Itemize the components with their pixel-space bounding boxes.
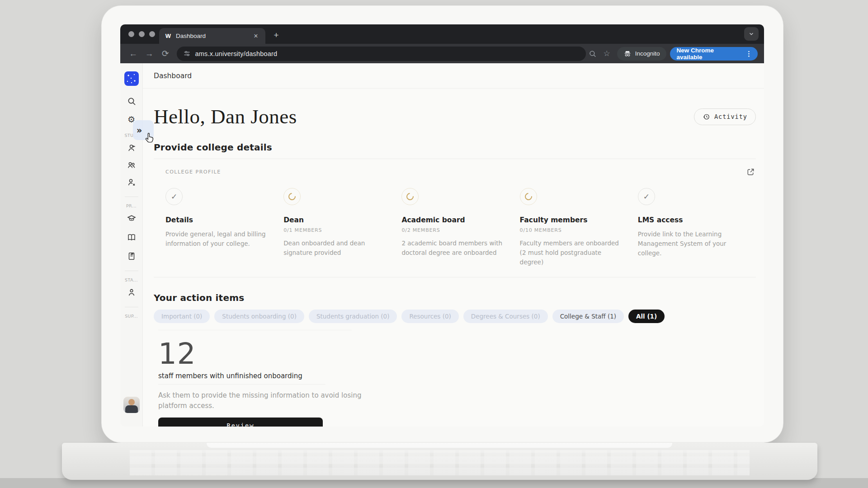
staff-icon — [127, 288, 136, 297]
chrome-update-label: New Chrome available — [677, 47, 739, 61]
step-status-circle: ✓ — [165, 188, 183, 205]
review-button[interactable]: Review — [158, 418, 323, 427]
action-note: Ask them to provide the missing informat… — [158, 390, 375, 412]
incognito-icon — [623, 50, 632, 58]
progress-spinner-icon — [405, 192, 415, 202]
step-name: Academic board — [401, 216, 509, 224]
sidebar-section-staff: STA... — [125, 277, 138, 282]
step-faculty-members[interactable]: ✓ Faculty members 0/10 MEMBERS Faculty m… — [520, 188, 627, 267]
filter-chip-students-graduation[interactable]: Students graduation (0) — [309, 310, 397, 323]
find-icon[interactable] — [589, 50, 597, 58]
step-name: Faculty members — [520, 216, 627, 224]
window-zoom-button[interactable] — [149, 31, 155, 37]
filter-chip-important[interactable]: Important (0) — [154, 310, 210, 323]
laptop-base — [62, 443, 817, 480]
search-button[interactable] — [124, 94, 139, 108]
divider — [158, 330, 352, 330]
browser-tab-dashboard[interactable]: W Dashboard × — [159, 28, 265, 44]
open-in-new-icon[interactable] — [746, 168, 755, 176]
college-profile-steps: ✓ Details Provide general, legal and bil… — [154, 188, 756, 267]
filter-chip-students-onboarding[interactable]: Students onboarding (0) — [214, 310, 304, 323]
tab-close-icon[interactable]: × — [252, 32, 260, 40]
url-text: ams.x.university/dashboard — [195, 50, 278, 57]
sidebar-section-support: SUP... — [125, 314, 138, 319]
sidebar-divider — [125, 307, 138, 307]
forward-button[interactable]: → — [143, 47, 156, 61]
divider — [158, 384, 326, 385]
window-minimize-button[interactable] — [139, 31, 145, 37]
history-clock-icon — [703, 113, 710, 121]
step-members-count: 0/1 MEMBERS — [283, 227, 391, 233]
activity-button-label: Activity — [714, 113, 747, 120]
pending-count: 12 — [158, 340, 756, 368]
college-section-title: Provide college details — [154, 142, 756, 153]
sidebar-item-students[interactable] — [124, 158, 139, 172]
step-status-circle: ✓ — [401, 188, 419, 205]
browser-toolbar: ← → ⟳ ams.x.university/dashboard ☆ — [120, 44, 764, 63]
reload-button[interactable]: ⟳ — [159, 47, 172, 61]
app-page: ⚙ STU... — [120, 63, 764, 427]
divider — [154, 277, 756, 277]
chrome-update-button[interactable]: New Chrome available ⋮ — [670, 47, 758, 61]
tab-search-button[interactable] — [744, 27, 759, 41]
site-favicon: W — [165, 33, 172, 40]
step-name: LMS access — [638, 216, 745, 224]
step-name: Dean — [283, 216, 391, 224]
step-academic-board[interactable]: ✓ Academic board 0/2 MEMBERS 2 academic … — [401, 188, 509, 267]
search-icon — [127, 97, 136, 106]
sidebar-divider — [125, 197, 138, 197]
main-area: Dashboard Hello, Dan Jones Activity Prov… — [143, 63, 764, 427]
greeting-heading: Hello, Dan Jones — [154, 105, 297, 128]
sidebar-item-students-onboarding[interactable] — [124, 141, 139, 155]
laptop-hinge — [207, 443, 672, 448]
action-item-card: 12 staff members with unfinished onboard… — [154, 330, 756, 427]
address-bar[interactable]: ams.x.university/dashboard — [177, 47, 586, 61]
back-button[interactable]: ← — [127, 47, 140, 61]
app-sidebar: ⚙ STU... — [120, 63, 143, 427]
student-onboarding-icon — [127, 143, 136, 152]
laptop-screen: W Dashboard × + ← → ⟳ ams.x.university/d… — [120, 24, 764, 427]
action-filter-chips: Important (0) Students onboarding (0) St… — [154, 310, 756, 323]
step-description: Provide link to the Learning Management … — [638, 230, 745, 258]
sidebar-item-resources[interactable] — [124, 249, 139, 263]
step-description: Dean onboarded and dean signature provid… — [283, 239, 391, 258]
sidebar-item-staff[interactable] — [124, 285, 139, 300]
step-details[interactable]: ✓ Details Provide general, legal and bil… — [165, 188, 273, 267]
browser-menu-kebab-icon[interactable]: ⋮ — [744, 50, 754, 58]
new-tab-button[interactable]: + — [271, 30, 282, 41]
step-members-count: 0/10 MEMBERS — [520, 227, 627, 233]
chevrons-right-icon: » — [137, 125, 142, 135]
incognito-label: Incognito — [635, 50, 660, 57]
check-icon: ✓ — [643, 192, 650, 201]
browser-tabstrip: W Dashboard × + — [120, 24, 764, 44]
graduation-cap-icon — [127, 214, 136, 223]
site-settings-icon[interactable] — [183, 50, 191, 57]
window-close-button[interactable] — [128, 31, 134, 37]
window-controls[interactable] — [128, 31, 155, 37]
user-avatar[interactable] — [123, 397, 140, 413]
filter-chip-resources[interactable]: Resources (0) — [401, 310, 458, 323]
sidebar-item-courses[interactable] — [124, 230, 139, 244]
step-members-count: 0/2 MEMBERS — [401, 227, 509, 233]
step-dean[interactable]: ✓ Dean 0/1 MEMBERS Dean onboarded and de… — [283, 188, 391, 267]
incognito-badge: Incognito — [617, 47, 666, 61]
step-lms-access[interactable]: ✓ LMS access Provide link to the Learnin… — [638, 188, 745, 267]
sidebar-item-students-graduation[interactable] — [124, 175, 139, 189]
step-description: Faculty members are onboarded (2 must ho… — [520, 239, 627, 267]
filter-chip-college-staff[interactable]: College & Staff (1) — [552, 310, 624, 323]
laptop-lid: W Dashboard × + ← → ⟳ ams.x.university/d… — [101, 5, 783, 443]
step-status-circle: ✓ — [283, 188, 301, 205]
step-name: Details — [165, 216, 273, 224]
step-status-circle: ✓ — [638, 188, 655, 205]
app-logo[interactable] — [124, 71, 139, 86]
bookmark-star-icon[interactable]: ☆ — [600, 47, 613, 61]
student-graduation-icon — [127, 178, 136, 187]
step-description: Provide general, legal and billing infor… — [165, 230, 273, 249]
filter-chip-all[interactable]: All (1) — [628, 310, 665, 323]
sidebar-item-degrees[interactable] — [124, 211, 139, 225]
college-profile-label: COLLEGE PROFILE — [165, 169, 221, 175]
toolbar-right-cluster: ☆ Incognito New Chrome available ⋮ — [589, 47, 758, 61]
filter-chip-degrees-courses[interactable]: Degrees & Courses (0) — [463, 310, 548, 323]
divider — [154, 159, 756, 159]
activity-button[interactable]: Activity — [694, 108, 756, 125]
